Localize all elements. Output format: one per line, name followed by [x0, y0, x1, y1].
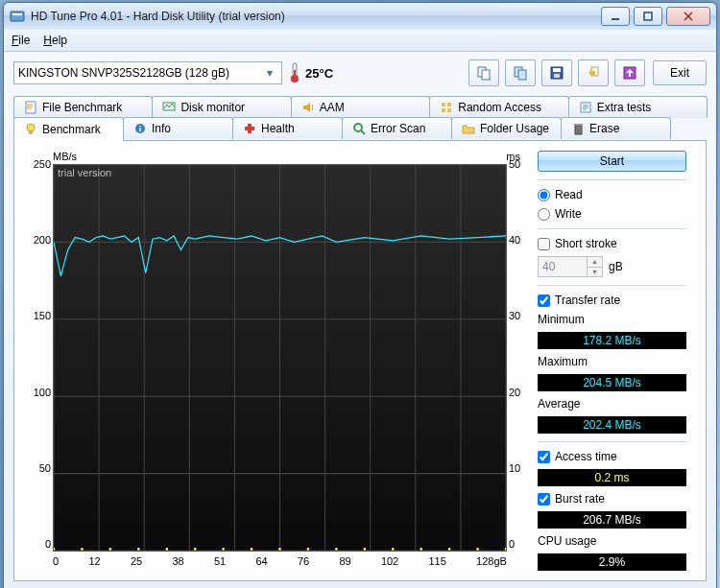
svg-point-65	[420, 548, 422, 551]
x-ticks: 0 12 25 38 51 64 76 89 102 115 128gB	[53, 555, 507, 571]
drive-select-value: KINGSTON SNVP325S2128GB (128 gB)	[18, 66, 229, 80]
menu-help[interactable]: Help	[43, 34, 67, 47]
svg-rect-3	[644, 12, 652, 20]
copy-screenshot-button[interactable]	[505, 59, 536, 86]
write-radio-row[interactable]: Write	[538, 207, 686, 221]
average-value: 202.4 MB/s	[538, 416, 686, 434]
options-button[interactable]	[578, 59, 609, 86]
toolbar: KINGSTON SNVP325S2128GB (128 gB) ▾ 25°C …	[13, 59, 707, 86]
thermometer-icon	[290, 62, 300, 83]
extra-icon	[579, 101, 592, 114]
svg-rect-14	[553, 68, 561, 72]
svg-rect-12	[518, 70, 526, 80]
window-title: HD Tune Pro 4.01 - Hard Disk Utility (tr…	[31, 10, 601, 23]
start-button[interactable]: Start	[538, 151, 686, 172]
minimum-value: 178.2 MB/s	[538, 332, 686, 349]
tabrow-primary: Benchmark iInfo Health Error Scan Folder…	[13, 117, 707, 141]
access-time-row[interactable]: Access time	[538, 450, 686, 463]
burst-rate-row[interactable]: Burst rate	[538, 492, 686, 506]
svg-rect-1	[12, 13, 22, 15]
svg-rect-20	[442, 103, 445, 106]
svg-rect-19	[163, 103, 175, 110]
svg-point-66	[448, 548, 451, 551]
transfer-rate-row[interactable]: Transfer rate	[538, 294, 686, 307]
tab-folder-usage[interactable]: Folder Usage	[451, 117, 562, 139]
maximum-value: 204.5 MB/s	[538, 374, 686, 391]
average-label: Average	[538, 397, 686, 411]
svg-point-57	[194, 548, 197, 551]
svg-point-67	[476, 548, 479, 551]
tabrow-secondary: File Benchmark Disk monitor AAM Random A…	[13, 96, 707, 118]
tab-random-access[interactable]: Random Access	[429, 96, 568, 118]
tab-erase[interactable]: Erase	[561, 117, 671, 139]
svg-point-56	[165, 548, 168, 551]
svg-rect-10	[482, 70, 490, 80]
svg-rect-30	[245, 127, 254, 130]
monitor-icon	[162, 101, 176, 114]
load-button[interactable]	[614, 59, 645, 86]
menu-file[interactable]: File	[12, 34, 30, 47]
access-time-checkbox[interactable]	[538, 451, 550, 463]
cpu-usage-value: 2.9%	[538, 553, 686, 571]
dropdown-arrow-icon: ▾	[262, 66, 277, 80]
svg-point-60	[278, 548, 281, 551]
folder-icon	[462, 122, 475, 135]
drive-select[interactable]: KINGSTON SNVP325S2128GB (128 gB) ▾	[13, 61, 282, 84]
write-radio[interactable]	[538, 208, 550, 221]
burst-rate-checkbox[interactable]	[538, 493, 550, 506]
transfer-rate-checkbox[interactable]	[538, 294, 550, 307]
maximum-label: Maximum	[538, 355, 686, 368]
svg-line-32	[361, 130, 365, 134]
temperature-display: 25°C	[290, 62, 333, 83]
bulb-icon	[24, 123, 37, 136]
save-button[interactable]	[541, 59, 572, 86]
tab-benchmark[interactable]: Benchmark	[13, 117, 124, 141]
copy-info-button[interactable]	[468, 59, 499, 86]
tab-error-scan[interactable]: Error Scan	[342, 117, 452, 139]
maximize-button[interactable]	[634, 7, 662, 26]
exit-button[interactable]: Exit	[653, 60, 707, 85]
tab-extra-tests[interactable]: Extra tests	[568, 96, 708, 118]
tab-health[interactable]: Health	[232, 117, 343, 139]
app-window: HD Tune Pro 4.01 - Hard Disk Utility (tr…	[3, 2, 717, 588]
svg-point-62	[335, 548, 338, 551]
access-time-value: 0.2 ms	[538, 469, 686, 486]
svg-point-53	[81, 548, 84, 551]
close-button[interactable]	[666, 7, 710, 26]
minimize-button[interactable]	[601, 7, 630, 26]
tab-disk-monitor[interactable]: Disk monitor	[152, 96, 291, 118]
svg-rect-21	[447, 103, 451, 106]
tab-info[interactable]: iInfo	[123, 117, 233, 139]
svg-point-52	[54, 548, 55, 551]
menubar: File Help	[4, 30, 716, 52]
svg-point-31	[354, 124, 362, 131]
short-stroke-row[interactable]: Short stroke	[538, 237, 686, 250]
info-icon: i	[133, 122, 147, 135]
svg-point-25	[27, 124, 35, 131]
titlebar[interactable]: HD Tune Pro 4.01 - Hard Disk Utility (tr…	[4, 3, 716, 30]
random-icon	[440, 101, 453, 114]
read-radio[interactable]	[538, 189, 550, 201]
tab-file-benchmark[interactable]: File Benchmark	[13, 96, 153, 118]
temperature-value: 25°C	[305, 66, 333, 81]
spin-up-icon[interactable]: ▲	[587, 257, 602, 268]
app-icon	[10, 9, 25, 24]
spin-down-icon[interactable]: ▼	[587, 268, 602, 277]
search-icon	[352, 122, 366, 135]
trial-watermark: trial version	[58, 167, 111, 178]
svg-rect-26	[29, 131, 33, 134]
svg-rect-15	[554, 74, 560, 78]
benchmark-chart: MB/s ms 250 200 150 100 50 0 50 40 30	[24, 151, 528, 571]
results-panel: Start Read Write Short stroke 40 ▲▼ gB	[538, 151, 686, 571]
tab-aam[interactable]: AAM	[291, 96, 430, 118]
file-icon	[24, 101, 37, 114]
svg-point-64	[392, 548, 395, 551]
short-stroke-checkbox[interactable]	[538, 238, 550, 250]
svg-point-68	[505, 548, 506, 551]
minimum-label: Minimum	[538, 313, 686, 326]
svg-point-55	[137, 548, 140, 551]
health-icon	[243, 122, 256, 135]
svg-rect-18	[26, 102, 36, 113]
read-radio-row[interactable]: Read	[538, 188, 686, 201]
short-stroke-input[interactable]: 40 ▲▼	[538, 256, 603, 277]
